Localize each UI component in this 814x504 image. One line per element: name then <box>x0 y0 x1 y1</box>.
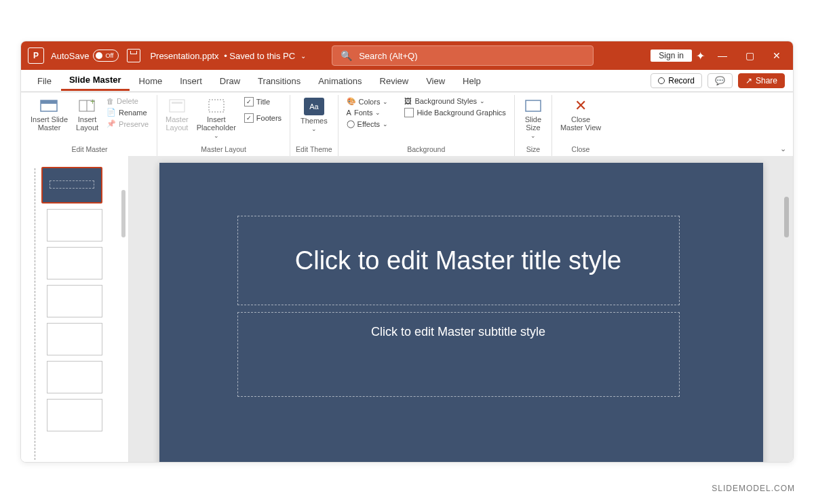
dropdown-icon: ⌄ <box>311 126 317 133</box>
subtitle-placeholder[interactable]: Click to edit Master subtitle style <box>237 312 680 397</box>
background-styles-button[interactable]: 🖼Background Styles⌄ <box>402 96 508 106</box>
search-placeholder: Search (Alt+Q) <box>359 51 417 61</box>
insert-placeholder-button[interactable]: Insert Placeholder ⌄ <box>194 96 239 141</box>
tab-animations[interactable]: Animations <box>310 72 370 90</box>
close-icon: ✕ <box>573 98 589 114</box>
autosave-label: AutoSave <box>51 51 89 61</box>
group-edit-master: Insert Slide Master + Insert Layout 🗑Del… <box>22 95 157 156</box>
tab-transitions[interactable]: Transitions <box>250 72 309 90</box>
share-button[interactable]: ↗ Share <box>738 73 785 88</box>
coming-soon-icon[interactable]: ✦ <box>696 50 705 62</box>
group-close: ✕ Close Master View Close <box>552 95 609 156</box>
master-layout-button: Master Layout <box>163 96 191 133</box>
checkbox-icon <box>244 97 254 106</box>
svg-rect-1 <box>41 100 57 104</box>
rename-icon: 📄 <box>106 108 116 117</box>
comments-button[interactable]: 💬 <box>708 73 733 88</box>
thumbnail-layout[interactable] <box>47 209 102 241</box>
chevron-down-icon[interactable]: ⌄ <box>301 52 306 60</box>
tab-home[interactable]: Home <box>131 72 171 90</box>
preserve-button: 📌Preserve <box>104 119 151 129</box>
effects-icon: ◯ <box>347 119 355 128</box>
toggle-switch[interactable]: Off <box>93 50 119 62</box>
hide-bg-checkbox[interactable]: Hide Background Graphics <box>402 107 508 118</box>
thumbnail-master[interactable] <box>41 167 102 203</box>
colors-button[interactable]: 🎨Colors⌄ <box>344 96 391 106</box>
insert-layout-icon: + <box>77 98 98 114</box>
effects-button[interactable]: ◯Effects⌄ <box>344 119 391 129</box>
themes-button[interactable]: Aa Themes ⌄ <box>298 96 330 134</box>
insert-slide-master-icon <box>39 98 60 114</box>
fonts-icon: A <box>347 109 351 117</box>
thumbnail-layout[interactable] <box>47 285 102 317</box>
thumbnail-layout[interactable] <box>47 323 102 355</box>
powerpoint-window: P AutoSave Off Presentation.pptx • Saved… <box>20 41 794 463</box>
share-icon: ↗ <box>745 76 752 85</box>
colors-icon: 🎨 <box>347 97 356 106</box>
slide-master[interactable]: Click to edit Master title style Click t… <box>159 163 763 463</box>
delete-button: 🗑Delete <box>104 96 151 106</box>
save-icon[interactable] <box>127 49 140 62</box>
title-checkbox[interactable]: Title <box>241 96 284 107</box>
group-master-layout: Master Layout Insert Placeholder ⌄ Title… <box>157 95 290 156</box>
close-button[interactable]: ✕ <box>763 44 790 67</box>
insert-slide-master-button[interactable]: Insert Slide Master <box>28 96 71 133</box>
tree-line <box>35 168 35 460</box>
tab-slide-master[interactable]: Slide Master <box>61 71 130 91</box>
watermark: SLIDEMODEL.COM <box>712 484 795 493</box>
group-size: Slide Size ⌄ Size <box>515 95 552 156</box>
tab-draw[interactable]: Draw <box>212 72 248 90</box>
svg-rect-6 <box>172 102 182 104</box>
dropdown-icon: ⌄ <box>530 133 536 140</box>
record-button[interactable]: Record <box>651 73 702 88</box>
maximize-button[interactable]: ▢ <box>736 44 763 67</box>
search-icon: 🔍 <box>341 50 352 61</box>
save-status: Saved to this PC <box>229 51 295 61</box>
group-edit-theme: Aa Themes ⌄ Edit Theme <box>290 95 338 156</box>
bg-styles-icon: 🖼 <box>404 97 412 105</box>
rename-button[interactable]: 📄Rename <box>104 107 151 117</box>
tab-view[interactable]: View <box>418 72 453 90</box>
tab-file[interactable]: File <box>29 72 60 90</box>
preserve-icon: 📌 <box>106 119 116 128</box>
tab-help[interactable]: Help <box>454 72 489 90</box>
slide-size-icon <box>523 98 543 114</box>
thumbnail-layout[interactable] <box>47 399 102 431</box>
checkbox-icon <box>244 113 254 123</box>
slide-canvas-area: Click to edit Master title style Click t… <box>129 156 793 463</box>
themes-icon: Aa <box>304 98 324 115</box>
tab-insert[interactable]: Insert <box>172 72 210 90</box>
master-layout-icon <box>167 98 187 114</box>
group-background: 🎨Colors⌄ AFonts⌄ ◯Effects⌄ 🖼Background S… <box>338 95 515 156</box>
thumbnail-scrollbar[interactable] <box>121 190 125 237</box>
ribbon-tabs: File Slide Master Home Insert Draw Trans… <box>21 70 793 92</box>
autosave-toggle[interactable]: AutoSave Off <box>51 50 119 62</box>
thumbnail-panel <box>21 156 129 463</box>
insert-placeholder-icon <box>206 98 227 114</box>
tab-review[interactable]: Review <box>372 72 417 90</box>
signin-button[interactable]: Sign in <box>651 50 692 62</box>
insert-layout-button[interactable]: + Insert Layout <box>73 96 101 133</box>
record-icon <box>658 77 665 84</box>
close-master-view-button[interactable]: ✕ Close Master View <box>558 96 604 133</box>
checkbox-icon <box>404 108 414 117</box>
titlebar: P AutoSave Off Presentation.pptx • Saved… <box>21 41 793 70</box>
minimize-button[interactable]: — <box>709 44 736 67</box>
thumbnail-layout[interactable] <box>47 247 102 279</box>
slide-size-button[interactable]: Slide Size ⌄ <box>520 96 546 141</box>
app-icon: P <box>28 47 44 64</box>
editor-area: Click to edit Master title style Click t… <box>21 156 793 463</box>
svg-rect-8 <box>526 100 541 111</box>
search-input[interactable]: 🔍 Search (Alt+Q) <box>332 45 594 66</box>
footers-checkbox[interactable]: Footers <box>241 113 284 123</box>
svg-rect-5 <box>170 100 185 112</box>
thumbnail-layout[interactable] <box>47 361 102 393</box>
svg-rect-7 <box>209 100 224 112</box>
collapse-ribbon-icon[interactable]: ⌄ <box>780 144 786 153</box>
fonts-button[interactable]: AFonts⌄ <box>344 108 391 117</box>
filename: Presentation.pptx <box>150 51 218 61</box>
dropdown-icon: ⌄ <box>214 133 219 140</box>
title-placeholder[interactable]: Click to edit Master title style <box>237 216 680 305</box>
canvas-scrollbar[interactable] <box>784 197 789 237</box>
ribbon: Insert Slide Master + Insert Layout 🗑Del… <box>21 92 793 156</box>
